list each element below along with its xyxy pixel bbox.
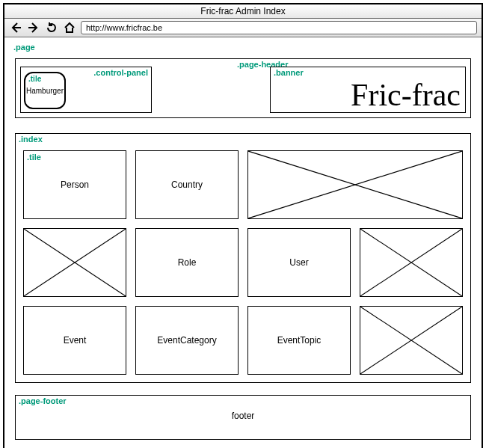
tile-label: Person: [61, 179, 89, 190]
hamburger-button[interactable]: .tile Hamburger: [24, 72, 66, 109]
forward-icon[interactable]: [27, 21, 40, 34]
control-panel: .control-panel .tile Hamburger: [20, 67, 152, 113]
browser-window: Fric-frac Admin Index http://www.fricfra…: [3, 3, 483, 448]
viewport: .page .page-header .control-panel .tile …: [4, 37, 482, 448]
tile-grid: .tile Person Country Role: [23, 150, 463, 375]
tile-label: Event: [64, 335, 87, 346]
tile-label: User: [289, 257, 308, 268]
back-icon[interactable]: [9, 21, 22, 34]
reload-icon[interactable]: [45, 21, 58, 34]
header-spacer: [156, 67, 265, 113]
tile-role[interactable]: Role: [135, 228, 239, 297]
label-control-panel: .control-panel: [93, 68, 148, 77]
label-index: .index: [19, 135, 43, 144]
tile-placeholder-wide: [247, 150, 463, 219]
tile-label: Role: [178, 257, 197, 268]
home-icon[interactable]: [63, 21, 76, 34]
banner-title: Fric-frac: [351, 79, 461, 111]
tile-label: EventCategory: [157, 335, 216, 346]
browser-toolbar: http://www.fricfrac.be: [4, 19, 482, 37]
tile-label: Country: [171, 179, 203, 190]
index-section: .index .tile Person Country: [15, 133, 471, 383]
banner: .banner Fric-frac: [270, 67, 466, 113]
page-footer: .page-footer footer: [15, 395, 471, 440]
tile-label: EventTopic: [277, 335, 322, 346]
label-page: .page: [13, 43, 35, 52]
address-bar[interactable]: http://www.fricfrac.be: [81, 21, 477, 34]
footer-text: footer: [232, 411, 255, 421]
tile-user[interactable]: User: [247, 228, 351, 297]
page-header: .page-header .control-panel .tile Hambur…: [15, 58, 471, 118]
label-tile: .tile: [27, 153, 41, 162]
tile-event[interactable]: Event: [23, 306, 126, 375]
label-tile-small: .tile: [28, 75, 41, 83]
label-page-footer: .page-footer: [19, 396, 67, 405]
tile-eventcategory[interactable]: EventCategory: [135, 306, 239, 375]
window-title: Fric-frac Admin Index: [4, 4, 482, 19]
tile-placeholder: [23, 228, 126, 297]
tile-placeholder: [360, 228, 463, 297]
tile-person[interactable]: .tile Person: [23, 150, 126, 219]
tile-country[interactable]: Country: [135, 150, 239, 219]
page-container: .page .page-header .control-panel .tile …: [10, 43, 476, 444]
tile-placeholder: [360, 306, 463, 375]
tile-eventtopic[interactable]: EventTopic: [247, 306, 351, 375]
hamburger-label: Hamburger: [26, 87, 64, 95]
label-banner: .banner: [274, 68, 304, 77]
